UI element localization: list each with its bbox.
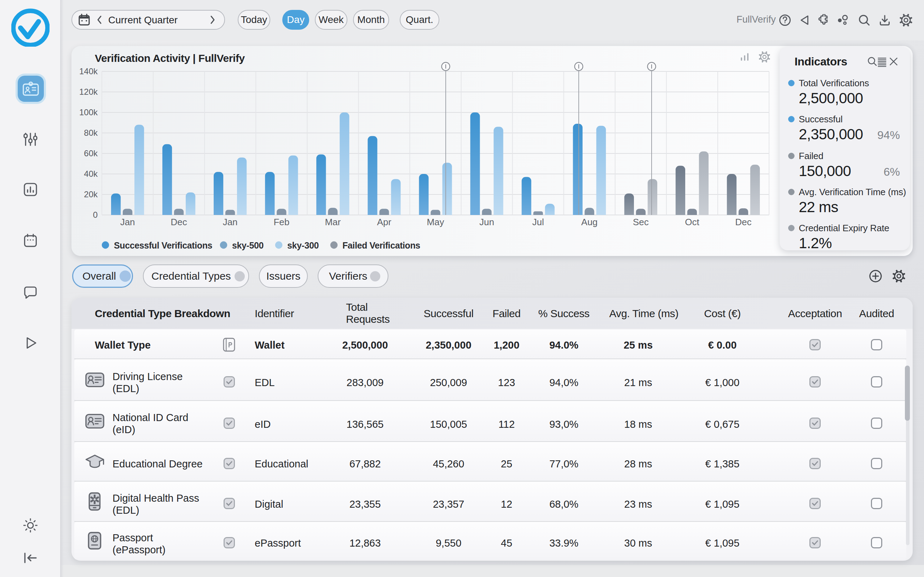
svg-text:Jul: Jul: [532, 217, 544, 227]
svg-text:Successful Verifications: Successful Verifications: [114, 240, 212, 250]
svg-text:120k: 120k: [79, 87, 98, 97]
svg-text:Jan: Jan: [223, 217, 238, 227]
svg-text:Jan: Jan: [120, 217, 135, 227]
svg-text:140k: 140k: [79, 66, 98, 76]
svg-text:Jun: Jun: [479, 217, 494, 227]
svg-text:20k: 20k: [84, 190, 98, 199]
svg-text:Mar: Mar: [325, 217, 341, 227]
svg-text:Feb: Feb: [273, 217, 289, 227]
svg-text:sky-500: sky-500: [232, 240, 263, 250]
svg-text:Sec: Sec: [633, 217, 649, 227]
svg-text:100k: 100k: [79, 108, 98, 117]
svg-text:Dec: Dec: [171, 217, 187, 227]
svg-text:Failed Verifications: Failed Verifications: [342, 240, 420, 250]
svg-text:Apr: Apr: [377, 217, 392, 227]
svg-text:Aug: Aug: [581, 217, 598, 227]
svg-text:60k: 60k: [84, 148, 98, 158]
svg-text:sky-300: sky-300: [287, 240, 319, 250]
svg-text:Oct: Oct: [685, 217, 699, 227]
svg-text:May: May: [426, 217, 444, 227]
svg-text:0: 0: [93, 210, 98, 219]
svg-text:80k: 80k: [84, 128, 98, 137]
svg-text:Dec: Dec: [735, 217, 751, 227]
svg-text:40k: 40k: [84, 169, 98, 179]
